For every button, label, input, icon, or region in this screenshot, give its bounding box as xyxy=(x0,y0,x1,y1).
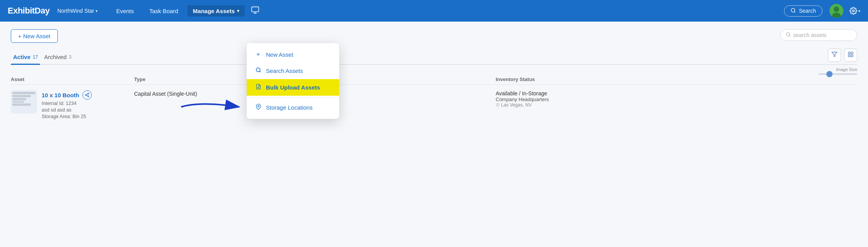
asset-info: 10 x 10 Booth Internal Id: 1234 asd sd a… xyxy=(42,90,92,119)
search-icon xyxy=(791,8,796,14)
image-size-slider[interactable] xyxy=(819,73,857,75)
tab-archived-count: 3 xyxy=(69,54,72,60)
svg-line-16 xyxy=(86,94,87,95)
tab-active-count: 17 xyxy=(33,54,38,60)
svg-rect-0 xyxy=(252,7,259,12)
svg-point-3 xyxy=(834,7,839,12)
svg-marker-7 xyxy=(832,52,837,57)
search-icon xyxy=(786,32,791,38)
location-name: Company Headquarters xyxy=(496,96,857,102)
new-asset-button[interactable]: + New Asset xyxy=(11,29,58,43)
inventory-status: Available / In-Storage xyxy=(496,90,857,96)
share-icon[interactable] xyxy=(82,90,92,100)
asset-status-cell: Available / In-Storage Company Headquart… xyxy=(496,90,857,108)
svg-point-13 xyxy=(85,95,86,96)
tab-active-label: Active xyxy=(13,54,30,60)
nav-events[interactable]: Events xyxy=(110,8,140,14)
svg-point-17 xyxy=(497,104,498,105)
search-input[interactable]: search assets xyxy=(780,29,857,41)
col-header-status: Inventory Status xyxy=(496,76,857,82)
avatar[interactable] xyxy=(829,4,843,18)
thumb-line xyxy=(12,98,26,100)
svg-point-18 xyxy=(256,68,260,72)
settings-chevron: ▾ xyxy=(858,9,860,13)
thumb-line xyxy=(12,92,35,94)
svg-line-15 xyxy=(86,95,87,96)
navbar: ExhibitDay NorthWind Star ▾ Events Task … xyxy=(0,0,868,22)
tab-archived[interactable]: Archived 3 xyxy=(42,51,74,64)
asset-internal-id: Internal Id: 1234 xyxy=(42,101,92,106)
search-placeholder: search assets xyxy=(793,32,826,38)
grid-icon xyxy=(848,51,854,59)
col-header-asset: Asset xyxy=(11,76,134,82)
dropdown-menu: + New Asset Search Assets Bulk Upload As… xyxy=(247,43,339,119)
settings-button[interactable]: ▾ xyxy=(849,7,860,15)
asset-cell: 10 x 10 Booth Internal Id: 1234 asd sd a… xyxy=(11,90,134,119)
table-row: 10 x 10 Booth Internal Id: 1234 asd sd a… xyxy=(11,85,857,125)
nav-manage-chevron: ▾ xyxy=(237,8,239,14)
org-name: NorthWind Star xyxy=(57,8,94,14)
plus-icon: + xyxy=(254,51,262,58)
dropdown-new-asset[interactable]: + New Asset xyxy=(247,46,339,63)
org-chevron: ▾ xyxy=(96,9,98,13)
table-header: Asset Type Inventory Status xyxy=(11,73,857,85)
location-city: Las Vegas, NV xyxy=(496,102,857,108)
tabs-row: Active 17 Archived 3 xyxy=(11,51,857,65)
asset-storage: Storage Area: Bin 25 xyxy=(42,114,92,119)
thumb-line xyxy=(12,101,24,103)
grid-view-button[interactable] xyxy=(844,49,857,62)
svg-point-12 xyxy=(87,93,89,94)
dropdown-divider xyxy=(247,97,339,98)
broadcast-icon[interactable] xyxy=(251,6,259,16)
svg-rect-9 xyxy=(851,52,853,54)
org-selector[interactable]: NorthWind Star ▾ xyxy=(57,8,98,14)
svg-rect-11 xyxy=(848,55,850,57)
main-content: + New Asset search assets Active 17 Arch… xyxy=(0,22,868,133)
filter-button[interactable] xyxy=(828,49,841,62)
nav-manage-label: Manage Assets xyxy=(193,8,235,14)
svg-point-6 xyxy=(787,33,790,36)
svg-rect-8 xyxy=(848,52,850,54)
dropdown-storage-label: Storage Locations xyxy=(266,104,313,111)
search-icon xyxy=(254,67,262,74)
svg-point-1 xyxy=(791,8,794,12)
filter-icon xyxy=(831,51,838,59)
search-bar-wrap: search assets xyxy=(780,29,857,41)
nav-taskboard[interactable]: Task Board xyxy=(143,8,184,14)
svg-point-14 xyxy=(87,96,89,97)
svg-rect-10 xyxy=(851,55,853,57)
nav-search-label: Search xyxy=(799,8,816,14)
nav-search-button[interactable]: Search xyxy=(784,5,823,17)
tab-active[interactable]: Active 17 xyxy=(11,51,40,64)
asset-description: asd sd asd as xyxy=(42,107,92,113)
dropdown-search-assets[interactable]: Search Assets xyxy=(247,63,339,79)
asset-name: 10 x 10 Booth xyxy=(42,90,92,100)
dropdown-bulk-label: Bulk Upload Assets xyxy=(266,84,320,91)
location-icon xyxy=(254,104,262,111)
slider-thumb[interactable] xyxy=(826,71,833,77)
asset-thumbnail xyxy=(11,90,37,113)
dropdown-bulk-upload[interactable]: Bulk Upload Assets xyxy=(247,79,339,96)
brand-logo[interactable]: ExhibitDay xyxy=(8,6,50,16)
nav-manage-assets[interactable]: Manage Assets ▾ xyxy=(187,5,245,17)
dropdown-storage-locations[interactable]: Storage Locations xyxy=(247,99,339,116)
dropdown-search-label: Search Assets xyxy=(266,68,303,74)
image-size-label: Image Size xyxy=(836,67,857,72)
svg-point-5 xyxy=(853,10,855,12)
view-controls xyxy=(828,49,857,62)
asset-type: Capital Asset (Single-Unit) xyxy=(134,91,197,97)
svg-point-21 xyxy=(257,105,259,107)
thumb-line xyxy=(12,103,31,106)
file-icon xyxy=(254,84,262,91)
dropdown-new-asset-label: New Asset xyxy=(266,51,293,58)
tab-archived-label: Archived xyxy=(44,54,66,60)
thumb-line xyxy=(12,95,31,97)
image-size-control: Image Size xyxy=(819,67,857,75)
